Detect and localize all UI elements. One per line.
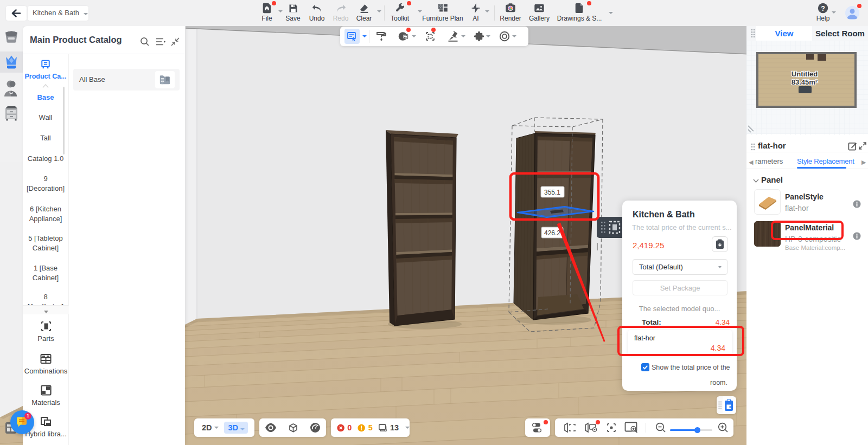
svg-text:426.2: 426.2: [544, 229, 560, 237]
svg-text:?: ?: [821, 5, 825, 12]
svg-text:355.1: 355.1: [544, 189, 560, 196]
svg-text:83.45m²: 83.45m²: [792, 78, 818, 86]
svg-text:Untitled: Untitled: [792, 70, 818, 78]
